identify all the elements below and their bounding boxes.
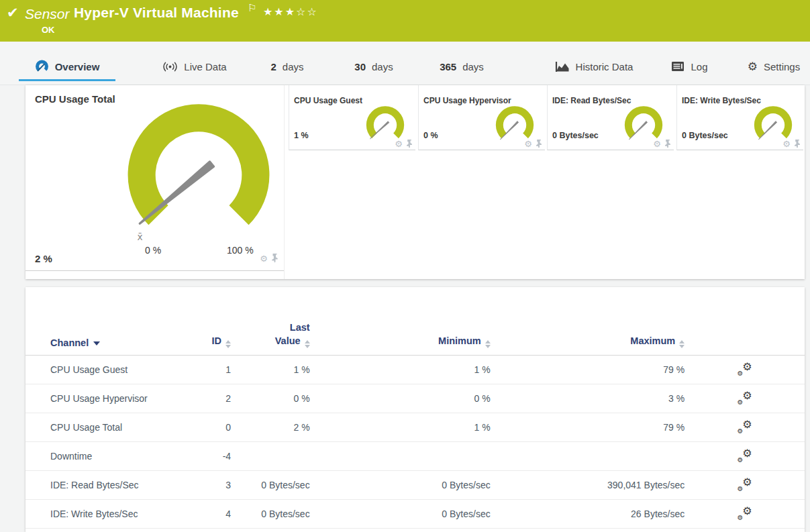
- column-header-minimum[interactable]: Minimum: [310, 335, 491, 348]
- sort-desc-icon: [93, 341, 100, 345]
- tab-log-label: Log: [691, 61, 707, 72]
- tile-cpu-usage-hypervisor: CPU Usage Hypervisor 0 % ⚙: [418, 85, 545, 150]
- channel-id: 0: [171, 422, 231, 433]
- tile-title: IDE: Write Bytes/Sec: [682, 96, 761, 105]
- tab-historic-data-label: Historic Data: [576, 61, 634, 72]
- column-header-channel-label: Channel: [50, 337, 89, 348]
- tile-cpu-usage-guest: CPU Usage Guest 1 % ⚙: [289, 85, 415, 150]
- channel-settings-gear-icon[interactable]: ⚙⚙: [738, 507, 752, 521]
- sensor-title: Hyper-V Virtual Machine: [74, 5, 239, 21]
- tab-30-days-number: 30: [354, 61, 366, 72]
- column-header-id[interactable]: ID: [171, 335, 231, 348]
- channel-maximum: 26 Bytes/sec: [491, 509, 685, 519]
- tile-divider: [26, 270, 284, 271]
- channel-settings-gear-icon[interactable]: ⚙⚙: [738, 421, 752, 435]
- channel-settings-gear-icon[interactable]: ⚙⚙: [738, 392, 752, 406]
- channel-settings-gear-icon[interactable]: ⚙⚙: [738, 449, 752, 464]
- tile-pin-icon[interactable]: [536, 140, 542, 148]
- channel-table: Channel ID Last Value Minimum Maximum: [26, 306, 805, 529]
- tile-last-value: 2 %: [35, 253, 52, 264]
- channel-name: IDE: Read Bytes/Sec: [26, 480, 171, 490]
- tile-title: CPU Usage Hypervisor: [423, 96, 511, 105]
- gauges-panel: CPU Usage Total x̄ 0 % 100 % 2 % ⚙ CPU U…: [26, 85, 805, 279]
- channel-id: 2: [171, 393, 231, 404]
- table-row: IDE: Write Bytes/Sec 4 0 Bytes/sec 0 Byt…: [26, 500, 805, 529]
- column-header-minimum-label: Minimum: [438, 335, 481, 346]
- log-list-icon: [671, 61, 685, 72]
- tile-gear-icon[interactable]: ⚙: [260, 254, 268, 263]
- gauge-scale-min: 0 %: [145, 245, 161, 256]
- tile-title: CPU Usage Total: [35, 93, 115, 105]
- table-row: CPU Usage Total 0 2 % 1 % 79 % ⚙⚙: [26, 413, 805, 442]
- column-header-id-label: ID: [212, 335, 222, 346]
- table-row: CPU Usage Hypervisor 2 0 % 0 % 3 % ⚙⚙: [26, 384, 805, 413]
- channel-last-value: 1 %: [231, 364, 310, 375]
- settings-gear-icon: ⚙: [748, 61, 758, 72]
- tile-pin-icon[interactable]: [271, 254, 279, 263]
- channel-minimum: 1 %: [310, 422, 491, 433]
- priority-flag-icon[interactable]: ⚐: [248, 2, 256, 14]
- tab-log[interactable]: Log: [661, 55, 718, 78]
- channel-maximum: 390,041 Bytes/sec: [491, 480, 685, 490]
- gauge-average-marker: x̄: [137, 231, 142, 242]
- tab-settings[interactable]: ⚙ Settings: [740, 55, 807, 78]
- tile-gear-icon[interactable]: ⚙: [524, 140, 532, 148]
- column-header-last-label: Last: [290, 322, 310, 333]
- channel-name: IDE: Write Bytes/Sec: [26, 509, 171, 519]
- tab-overview[interactable]: Overview: [19, 55, 115, 78]
- column-header-channel[interactable]: Channel: [26, 337, 171, 348]
- tile-last-value: 0 %: [423, 131, 438, 140]
- tile-last-value: 0 Bytes/sec: [552, 131, 599, 140]
- sort-toggle-icon: [305, 340, 310, 348]
- channel-id: 4: [171, 509, 231, 519]
- channel-last-value: 2 %: [231, 422, 310, 433]
- channel-minimum: 0 Bytes/sec: [310, 480, 491, 490]
- column-header-maximum[interactable]: Maximum: [491, 335, 685, 348]
- channel-last-value: 0 Bytes/sec: [231, 509, 310, 519]
- table-row: CPU Usage Guest 1 1 % 1 % 79 % ⚙⚙: [26, 356, 805, 384]
- tab-2-days[interactable]: 2 days: [260, 55, 314, 78]
- tile-gear-icon[interactable]: ⚙: [782, 140, 791, 148]
- tab-overview-label: Overview: [55, 61, 100, 72]
- tab-365-days-label: days: [462, 61, 484, 72]
- channel-settings-gear-icon[interactable]: ⚙⚙: [738, 478, 752, 492]
- tile-last-value: 1 %: [294, 131, 309, 140]
- tab-365-days-number: 365: [440, 61, 456, 72]
- tile-gear-icon[interactable]: ⚙: [395, 140, 403, 148]
- tile-cpu-usage-total: CPU Usage Total x̄ 0 % 100 % 2 % ⚙: [26, 85, 285, 279]
- channel-settings-gear-icon[interactable]: ⚙⚙: [738, 363, 752, 377]
- table-row: Downtime -4 ⚙⚙: [26, 442, 805, 471]
- gauge-icon: [35, 60, 49, 74]
- channel-last-value: 0 %: [231, 393, 310, 404]
- table-row: IDE: Read Bytes/Sec 3 0 Bytes/sec 0 Byte…: [26, 471, 805, 500]
- column-header-last-value[interactable]: Last Value: [231, 321, 310, 348]
- column-header-value-label: Value: [275, 335, 301, 346]
- channel-name: CPU Usage Total: [26, 422, 171, 433]
- tile-pin-icon[interactable]: [406, 140, 413, 148]
- priority-star-rating[interactable]: ★★★☆☆: [263, 5, 318, 18]
- tile-pin-icon[interactable]: [664, 140, 671, 148]
- tab-settings-label: Settings: [764, 61, 800, 72]
- tab-bar: Overview Live Data 2 days 30 days 365 da…: [0, 42, 810, 85]
- sort-toggle-icon: [485, 340, 491, 348]
- tab-historic-data[interactable]: Historic Data: [537, 55, 651, 78]
- sensor-header: ✔ Sensor Hyper-V Virtual Machine ⚐ ★★★☆☆…: [0, 0, 810, 42]
- tile-ide-write: IDE: Write Bytes/Sec 0 Bytes/sec ⚙: [676, 85, 803, 150]
- tab-live-data-label: Live Data: [184, 61, 226, 72]
- tab-30-days[interactable]: 30 days: [344, 55, 404, 78]
- tab-365-days[interactable]: 365 days: [424, 55, 499, 78]
- tab-30-days-label: days: [372, 61, 393, 72]
- tile-pin-icon[interactable]: [794, 140, 801, 148]
- tab-live-data[interactable]: Live Data: [151, 55, 238, 78]
- live-signal-icon: [162, 61, 178, 72]
- channel-table-panel: Channel ID Last Value Minimum Maximum: [26, 287, 805, 532]
- channel-name: CPU Usage Guest: [26, 364, 171, 375]
- sensor-kind-label: Sensor: [25, 6, 70, 22]
- channel-minimum: 0 Bytes/sec: [310, 509, 491, 519]
- status-check-icon: ✔: [7, 5, 19, 21]
- sort-toggle-icon: [225, 340, 231, 348]
- channel-last-value: 0 Bytes/sec: [231, 480, 310, 490]
- tile-gear-icon[interactable]: ⚙: [653, 140, 661, 148]
- channel-id: 1: [171, 364, 231, 375]
- column-header-maximum-label: Maximum: [630, 335, 675, 346]
